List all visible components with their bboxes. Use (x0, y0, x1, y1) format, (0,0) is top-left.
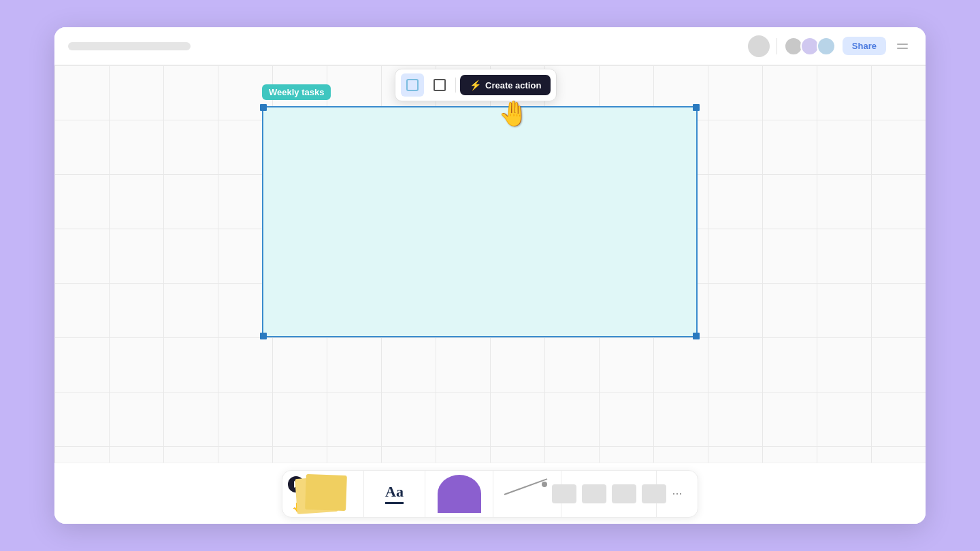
shape-section[interactable] (425, 471, 493, 517)
avatar-divider (777, 38, 777, 54)
context-toolbar: ⚡ Create action (395, 69, 557, 101)
breadcrumb (68, 42, 191, 50)
app-window: Share ⚡ Create action Weekly tasks (54, 27, 926, 524)
top-bar-right: Share (748, 35, 912, 57)
text-section[interactable]: Aa (364, 471, 425, 517)
handle-top-right[interactable] (693, 104, 700, 111)
lightning-icon: ⚡ (470, 80, 481, 90)
create-action-button[interactable]: ⚡ Create action (460, 75, 551, 95)
top-bar-left (68, 42, 191, 50)
square-icon (434, 79, 446, 91)
handle-bottom-right[interactable] (693, 333, 700, 339)
text-tool-label: Aa (385, 483, 404, 504)
frame-tool-button[interactable] (428, 73, 451, 97)
menu-button[interactable] (893, 37, 912, 56)
checkbox-tool-button[interactable] (401, 73, 424, 97)
content-blocks-section[interactable] (561, 471, 657, 517)
create-action-label: Create action (485, 80, 541, 90)
collaborator-avatar-3 (817, 37, 836, 56)
more-section[interactable]: ··· (657, 471, 698, 517)
toolbar-divider (455, 78, 456, 93)
collaborator-avatars (784, 37, 836, 56)
checkbox-icon (406, 79, 419, 91)
content-block-1 (552, 484, 576, 503)
selected-frame[interactable] (262, 106, 698, 337)
bottom-toolbar: 👆 Aa (54, 463, 926, 524)
menu-line-1 (897, 44, 908, 45)
sticky-note-stack (296, 473, 350, 514)
more-button[interactable]: ··· (667, 486, 688, 501)
canvas-area[interactable]: ⚡ Create action Weekly tasks 🤚 (54, 65, 926, 463)
share-button[interactable]: Share (843, 37, 886, 55)
handle-bottom-left[interactable] (260, 333, 267, 339)
bottom-toolbar-inner: 👆 Aa (282, 470, 698, 518)
handle-top-left[interactable] (260, 104, 267, 111)
sticky-notes-section[interactable]: 👆 (282, 471, 364, 517)
user-avatar (748, 35, 770, 57)
content-block-2 (582, 484, 606, 503)
shape-preview (438, 475, 481, 513)
top-bar: Share (54, 27, 926, 65)
content-block-3 (612, 484, 636, 503)
menu-line-2 (897, 48, 908, 49)
frame-label: Weekly tasks (262, 84, 331, 100)
sticky-note-front (305, 473, 347, 510)
